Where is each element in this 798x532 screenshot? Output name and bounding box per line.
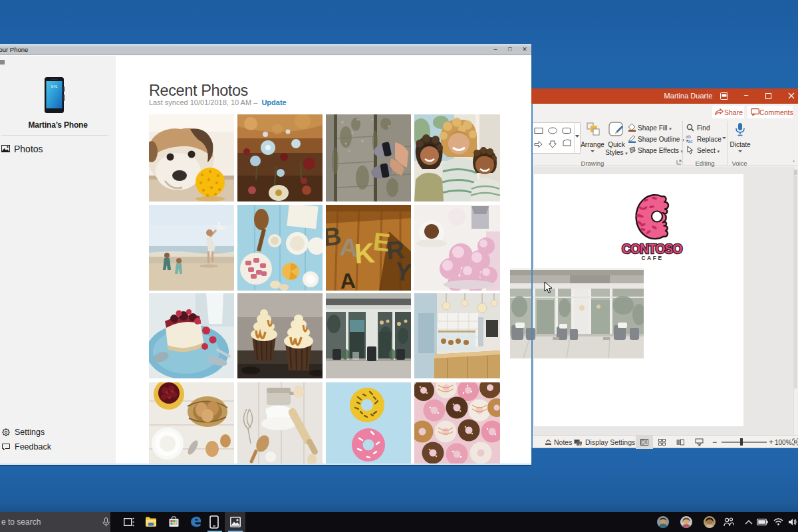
svg-text:A: A bbox=[339, 269, 356, 291]
svg-text:CONTOSO: CONTOSO bbox=[622, 241, 683, 256]
svg-text:CAFE: CAFE bbox=[641, 255, 663, 261]
svg-text:Y: Y bbox=[393, 257, 411, 287]
svg-text:ab: ab bbox=[686, 134, 691, 139]
svg-text:9:41: 9:41 bbox=[51, 84, 58, 88]
svg-text:ac: ac bbox=[688, 139, 693, 144]
